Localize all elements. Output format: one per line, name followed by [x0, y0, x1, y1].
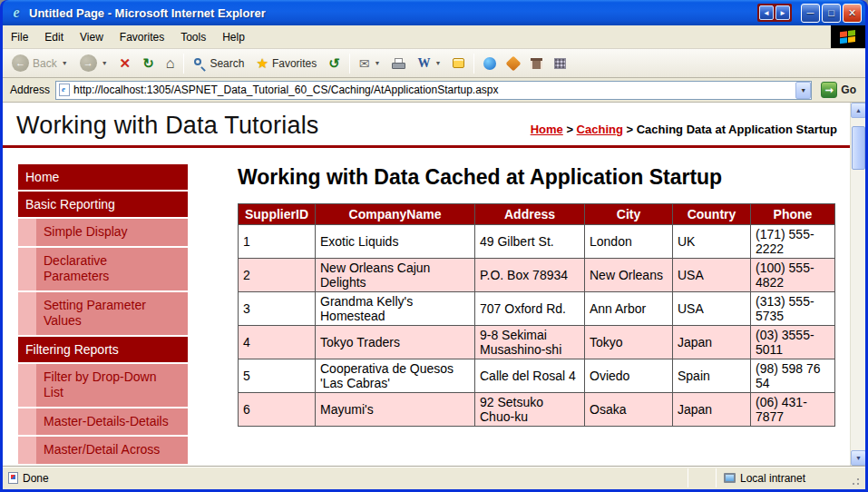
table-head: SupplierIDCompanyNameAddressCityCountryP…	[239, 204, 835, 225]
sidebar-item-label: Master-Details-Details	[36, 408, 188, 436]
cell-phone: (98) 598 76 54	[751, 359, 835, 393]
sidebar-item-basic-reporting[interactable]: Basic Reporting	[18, 192, 188, 217]
status-zone-text: Local intranet	[740, 472, 805, 485]
marker-button[interactable]	[502, 52, 524, 75]
resize-grip[interactable]	[851, 468, 863, 487]
suppliers-table: SupplierIDCompanyNameAddressCityCountryP…	[238, 203, 835, 427]
search-button[interactable]: Search	[188, 52, 249, 75]
sidebar-indent	[18, 219, 36, 246]
column-header-phone[interactable]: Phone	[751, 204, 835, 225]
local-intranet-icon	[724, 473, 736, 483]
status-left: Done	[8, 472, 684, 485]
mail-button[interactable]: ✉ ▼	[354, 52, 386, 75]
menu-edit[interactable]: Edit	[36, 27, 72, 47]
site-title: Working with Data Tutorials	[16, 112, 319, 140]
sidebar-item-filter-by-drop-down-list[interactable]: Filter by Drop-Down List	[18, 364, 188, 407]
favorites-star-icon: ★	[256, 56, 268, 70]
main-content: Working with Data Cached at Application …	[238, 164, 834, 466]
sidebar-item-simple-display[interactable]: Simple Display	[18, 219, 188, 246]
close-button[interactable]: ✕	[843, 4, 862, 23]
sidebar-item-label: Simple Display	[36, 219, 188, 246]
menu-help[interactable]: Help	[214, 27, 253, 47]
forward-icon: →	[80, 54, 97, 72]
cell-phone: (171) 555-2222	[751, 225, 835, 259]
cell-supplierid: 4	[239, 326, 316, 359]
messenger-button[interactable]	[478, 52, 502, 75]
grid-button[interactable]	[549, 52, 571, 75]
menu-view[interactable]: View	[72, 27, 112, 47]
status-divider	[716, 468, 717, 487]
sidebar-item-filtering-reports[interactable]: Filtering Reports	[18, 337, 188, 362]
menu-tools[interactable]: Tools	[172, 27, 214, 47]
cell-city: Oviedo	[585, 359, 673, 393]
column-header-address[interactable]: Address	[475, 204, 585, 225]
cell-supplierid: 6	[239, 393, 316, 427]
building-button[interactable]	[525, 52, 548, 75]
favorites-button[interactable]: ★ Favorites	[250, 52, 322, 75]
stop-icon: ✕	[120, 56, 132, 70]
cell-phone: (03) 3555-5011	[751, 326, 835, 359]
column-header-city[interactable]: City	[585, 204, 673, 225]
sidebar-indent	[18, 408, 36, 436]
toolbar-separator	[349, 54, 350, 74]
title-nav-forward-button[interactable]: ►	[775, 5, 790, 20]
sidebar-item-label: Home	[18, 164, 188, 190]
vertical-scrollbar[interactable]: ▲ ▼	[850, 103, 865, 466]
breadcrumb: Home > Caching > Caching Data at Applica…	[531, 123, 837, 136]
cell-supplierid: 1	[239, 225, 316, 259]
mail-icon: ✉	[359, 57, 370, 70]
discuss-button[interactable]	[447, 52, 470, 75]
sidebar-indent	[18, 248, 36, 290]
windows-brand-block	[831, 25, 865, 48]
address-input[interactable]: http://localhost:1305/ASPNET_Data_Tutori…	[55, 81, 812, 100]
sidebar-indent	[18, 437, 36, 464]
cell-country: UK	[673, 225, 751, 259]
go-button[interactable]: ➞ Go	[817, 82, 860, 98]
sidebar-item-master-details-details[interactable]: Master-Details-Details	[18, 408, 188, 436]
breadcrumb-link-caching[interactable]: Caching	[577, 123, 623, 136]
cell-phone: (100) 555-4822	[751, 259, 835, 292]
edit-with-word-button[interactable]: W ▼	[412, 52, 446, 75]
cell-phone: (06) 431-7877	[751, 393, 835, 427]
menu-favorites[interactable]: Favorites	[112, 27, 172, 47]
sidebar-item-label: Master/Detail Across	[36, 437, 188, 464]
address-url: http://localhost:1305/ASPNET_Data_Tutori…	[73, 84, 794, 96]
ie-app-icon: e	[8, 5, 24, 21]
sidebar-item-label: Basic Reporting	[18, 192, 188, 217]
column-header-supplierid[interactable]: SupplierID	[239, 204, 316, 225]
breadcrumb-link-home[interactable]: Home	[531, 123, 563, 136]
sidebar-item-setting-parameter-values[interactable]: Setting Parameter Values	[18, 292, 188, 335]
refresh-button[interactable]: ↻	[137, 52, 160, 75]
status-text: Done	[23, 472, 49, 485]
table-row: 6Mayumi's92 Setsuko Chuo-kuOsakaJapan(06…	[239, 393, 835, 427]
sidebar-item-declarative-parameters[interactable]: Declarative Parameters	[18, 248, 188, 290]
cell-companyname: Cooperativa de Quesos 'Las Cabras'	[316, 359, 475, 393]
column-header-companyname[interactable]: CompanyName	[316, 204, 475, 225]
home-button[interactable]: ⌂	[161, 52, 180, 75]
title-nav-back-button[interactable]: ◄	[759, 5, 774, 20]
address-bar: Address http://localhost:1305/ASPNET_Dat…	[3, 78, 865, 103]
print-button[interactable]	[386, 52, 411, 75]
scroll-up-button[interactable]: ▲	[851, 103, 865, 118]
cell-companyname: Exotic Liquids	[316, 225, 475, 259]
maximize-button[interactable]: □	[822, 4, 841, 23]
address-dropdown-button[interactable]: ▼	[795, 82, 811, 99]
history-button[interactable]: ↺	[323, 52, 346, 75]
window-title: Untitled Page - Microsoft Internet Explo…	[29, 6, 757, 20]
menu-file[interactable]: File	[3, 27, 36, 47]
forward-button[interactable]: → ▼	[74, 52, 113, 75]
back-dropdown-icon: ▼	[62, 60, 68, 66]
status-bar: Done Local intranet	[3, 466, 865, 489]
minimize-button[interactable]: ─	[801, 4, 820, 23]
page-header: Working with Data Tutorials Home > Cachi…	[3, 103, 850, 145]
sidebar-item-home[interactable]: Home	[18, 164, 188, 190]
scrollbar-thumb[interactable]	[852, 126, 865, 170]
back-button[interactable]: ← Back ▼	[6, 52, 73, 75]
sidebar-item-master-detail-across[interactable]: Master/Detail Across	[18, 437, 188, 464]
status-pane	[692, 468, 712, 487]
scroll-down-button[interactable]: ▼	[851, 450, 865, 466]
standard-toolbar: ← Back ▼ → ▼ ✕ ↻ ⌂ Search ★ Favorites ↺	[3, 49, 865, 78]
stop-button[interactable]: ✕	[114, 52, 137, 75]
column-header-country[interactable]: Country	[673, 204, 751, 225]
sidebar-item-label: Filtering Reports	[18, 337, 188, 362]
